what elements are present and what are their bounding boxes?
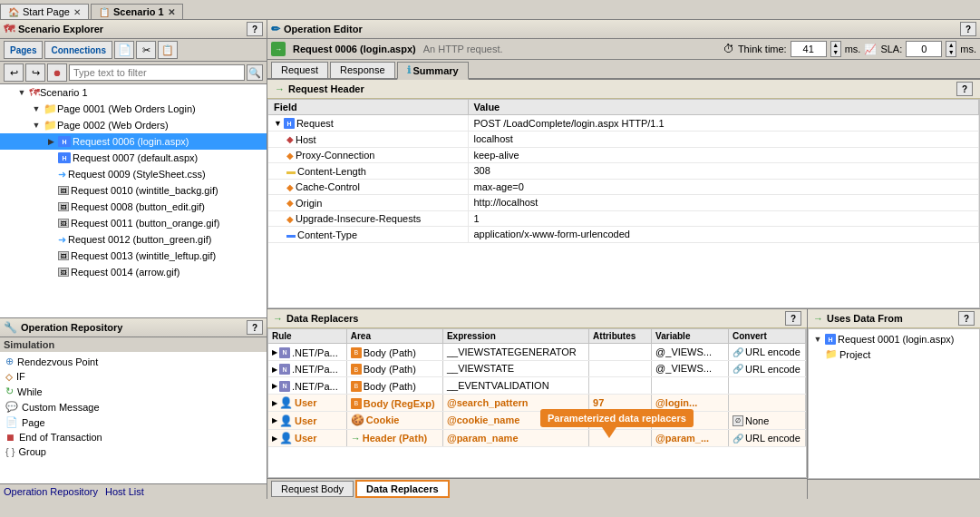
expander-page0001[interactable]: ▼ <box>29 102 44 116</box>
tree-req0012[interactable]: ➜ Request 0012 (button_green.gif) <box>0 231 267 248</box>
op-editor-icon: ✏ <box>271 23 280 35</box>
record-btn[interactable]: ⏺ <box>47 63 67 82</box>
host-list-tab[interactable]: Host List <box>105 486 144 497</box>
sla-spinner[interactable]: ▲ ▼ <box>946 41 956 57</box>
dr-expand-5[interactable]: ▶ <box>272 416 277 424</box>
op-while[interactable]: ↻ While <box>2 384 265 399</box>
ud-expander-req[interactable]: ▼ <box>810 332 825 346</box>
think-time-up[interactable]: ▲ <box>831 42 840 49</box>
undo-btn[interactable]: ↩ <box>4 63 24 82</box>
op-custom-msg[interactable]: 💬 Custom Message <box>2 399 265 415</box>
copy-btn[interactable]: 📋 <box>158 41 178 59</box>
redo-btn[interactable]: ↪ <box>25 63 45 82</box>
dr-expand-1[interactable]: ▶ <box>272 348 277 356</box>
think-time-input[interactable] <box>791 41 827 57</box>
table-row[interactable]: ▬ Content-Length 308 <box>268 163 979 180</box>
tree-req0009[interactable]: ➜ Request 0009 (StyleSheet.css) <box>0 166 267 182</box>
op-end-transaction[interactable]: ⏹ End of Transaction <box>2 430 265 444</box>
dr-row-3[interactable]: ▶ N .NET/Pa... B Body (Path) <box>268 377 806 395</box>
dr-row-2[interactable]: ▶ N .NET/Pa... B Body (Path) <box>268 360 806 377</box>
op-page[interactable]: 📄 Page <box>2 415 265 430</box>
expander-req0008[interactable] <box>44 200 58 214</box>
scenario-explorer-help[interactable]: ? <box>247 22 263 36</box>
tree-req0007[interactable]: H Request 0007 (default.aspx) <box>0 150 267 166</box>
op-if[interactable]: ◇ IF <box>2 369 265 384</box>
op-repo-help[interactable]: ? <box>247 320 263 335</box>
sla-input[interactable] <box>906 41 942 57</box>
dr-help[interactable]: ? <box>785 311 801 326</box>
ud-icon: → <box>813 313 823 324</box>
tab-scenario1-close[interactable]: ✕ <box>168 7 175 17</box>
search-input[interactable] <box>69 64 245 81</box>
expander-req0012[interactable] <box>44 232 58 247</box>
ud-proj-icon: 📁 <box>825 348 838 360</box>
op-rendezvous[interactable]: ⊕ Rendezvous Point <box>2 354 265 369</box>
expander-req0007[interactable] <box>44 151 58 165</box>
tree-req0014[interactable]: 🖼 Request 0014 (arrow.gif) <box>0 264 267 280</box>
ud-item-request[interactable]: ▼ H Request 0001 (login.aspx) <box>810 331 977 347</box>
pages-btn[interactable]: Pages <box>4 41 43 59</box>
expander-req0010[interactable] <box>44 183 58 198</box>
op-group[interactable]: { } Group <box>2 444 265 459</box>
expander-req0009[interactable] <box>44 167 58 181</box>
dr-row-1[interactable]: ▶ N .NET/Pa... B Body (Path) <box>268 344 806 361</box>
expander-scenario1[interactable]: ▼ <box>15 85 29 100</box>
ud-item-project[interactable]: 📁 Project <box>810 347 977 361</box>
cut-btn[interactable]: ✂ <box>136 41 156 59</box>
tab-request[interactable]: Request <box>271 62 328 78</box>
dr-expand-2[interactable]: ▶ <box>272 366 277 374</box>
dr-table-scroll[interactable]: Rule Area Expression Attributes Variable… <box>267 328 807 478</box>
tab-start-close[interactable]: ✕ <box>73 7 81 17</box>
op-repo-tab[interactable]: Operation Repository <box>4 486 98 497</box>
tree-req0006[interactable]: ▶ H Request 0006 (login.aspx) <box>0 133 267 150</box>
table-row[interactable]: ◆ Cache-Control max-age=0 <box>268 179 979 195</box>
table-row[interactable]: ◆ Origin http://localhost <box>268 195 979 211</box>
expander-req0006[interactable]: ▶ <box>44 134 58 149</box>
dr-expand-4[interactable]: ▶ <box>272 399 277 407</box>
expander-req0011[interactable] <box>44 216 58 230</box>
dr-expand-3[interactable]: ▶ <box>272 382 277 390</box>
table-row[interactable]: ◆ Host localhost <box>268 132 979 148</box>
tree-req0008[interactable]: 🖼 Request 0008 (button_edit.gif) <box>0 199 267 215</box>
tree-scenario1[interactable]: ▼ 🗺 Scenario 1 <box>0 84 267 101</box>
url-encode-icon-6: 🔗 <box>733 434 743 444</box>
tree-req0010[interactable]: 🖼 Request 0010 (wintitle_backg.gif) <box>0 182 267 199</box>
expander-req0013[interactable] <box>44 249 58 263</box>
search-button[interactable]: 🔍 <box>247 64 263 81</box>
scenario-explorer-title: Scenario Explorer <box>18 24 103 34</box>
expander-req0014[interactable] <box>44 265 58 279</box>
req-header-table-scroll[interactable]: Field Value ▼ H Request <box>267 99 980 308</box>
table-row[interactable]: ▼ H Request POST /LoadComplete/login.asp… <box>268 115 979 132</box>
tab-response[interactable]: Response <box>330 62 395 78</box>
tree-req0013[interactable]: 🖼 Request 0013 (wintitle_leftup.gif) <box>0 248 267 264</box>
tree-page0002[interactable]: ▼ 📁 Page 0002 (Web Orders) <box>0 117 267 133</box>
request-body-tab[interactable]: Request Body <box>271 481 354 497</box>
expander-page0002[interactable]: ▼ <box>29 118 44 132</box>
dr-row-4[interactable]: ▶ 👤 User B Body (RegExp) <box>268 394 806 412</box>
tree-page0001[interactable]: ▼ 📁 Page 0001 (Web Orders Login) <box>0 101 267 117</box>
body-icon-2: B <box>351 364 362 375</box>
ud-help[interactable]: ? <box>958 311 975 326</box>
req-header-help[interactable]: ? <box>956 82 973 96</box>
while-icon: ↻ <box>5 385 14 397</box>
dr-attr-6 <box>589 429 652 447</box>
new-btn[interactable]: 📄 <box>114 41 134 59</box>
sla-up[interactable]: ▲ <box>946 42 956 49</box>
data-replacers-tab[interactable]: Data Replacers <box>355 480 450 498</box>
connections-btn[interactable]: Connections <box>44 41 112 59</box>
think-time-down[interactable]: ▼ <box>831 49 840 56</box>
dr-row-5[interactable]: ▶ 👤 User 🍪 Cookie <box>268 412 806 430</box>
table-row[interactable]: ▬ Content-Type application/x-www-form-ur… <box>268 227 979 243</box>
think-time-spinner[interactable]: ▲ ▼ <box>830 41 841 57</box>
table-row[interactable]: ◆ Upgrade-Insecure-Requests 1 <box>268 210 979 227</box>
dr-expand-6[interactable]: ▶ <box>272 434 277 443</box>
tab-summary[interactable]: ℹ Summary <box>397 62 469 80</box>
dr-row-6[interactable]: ▶ 👤 User → Header (Path) <box>268 429 806 447</box>
row-expander[interactable]: ▼ <box>274 119 282 128</box>
tree-req0011[interactable]: 🖼 Request 0011 (button_orange.gif) <box>0 215 267 231</box>
sla-down[interactable]: ▼ <box>946 49 956 56</box>
tab-start-page[interactable]: 🏠 Start Page ✕ <box>0 4 89 19</box>
op-editor-help[interactable]: ? <box>960 22 976 36</box>
table-row[interactable]: ◆ Proxy-Connection keep-alive <box>268 147 979 163</box>
tab-scenario1[interactable]: 📋 Scenario 1 ✕ <box>91 4 183 19</box>
